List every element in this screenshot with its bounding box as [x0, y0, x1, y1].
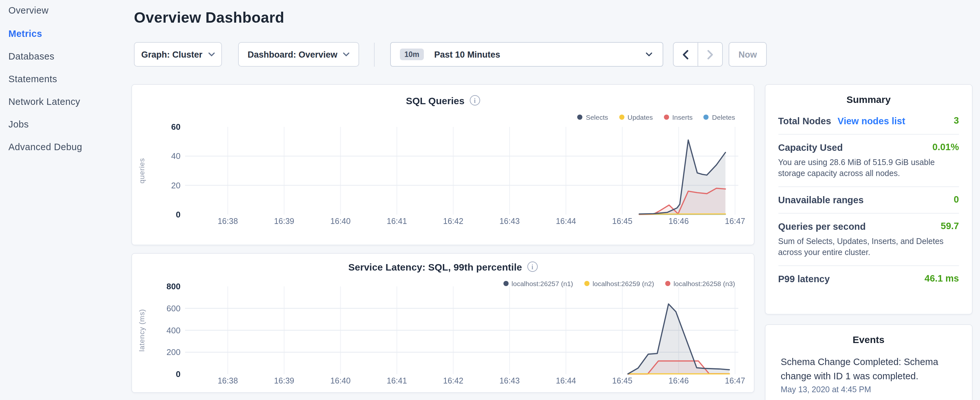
sidebar-item-metrics[interactable]: Metrics [8, 29, 42, 39]
svg-text:16:46: 16:46 [668, 376, 689, 385]
dashboard-selector-label: Dashboard: Overview [248, 49, 337, 59]
p99-latency-label: P99 latency [778, 274, 830, 284]
dashboard-selector-dropdown[interactable]: Dashboard: Overview [238, 42, 359, 67]
view-nodes-list-link[interactable]: View nodes list [838, 116, 905, 126]
app-viewport: Overview Metrics Databases Statements Ne… [0, 0, 980, 400]
svg-text:800: 800 [167, 281, 181, 291]
svg-text:16:43: 16:43 [500, 216, 520, 225]
prev-time-button[interactable] [674, 43, 698, 66]
sidebar: Overview Metrics Databases Statements Ne… [0, 0, 123, 400]
capacity-used-desc: You are using 28.6 MiB of 515.9 GiB usab… [778, 157, 959, 179]
service-latency-chart-card: Service Latency: SQL, 99th percentile i … [131, 253, 754, 392]
svg-text:20: 20 [171, 180, 181, 190]
sidebar-item-network-latency[interactable]: Network Latency [8, 96, 80, 107]
svg-text:400: 400 [167, 325, 181, 335]
sql-queries-chart-card: SQL Queries i Selects Updates Inserts De… [131, 84, 754, 245]
graph-selector-label: Graph: Cluster [141, 49, 202, 59]
svg-text:40: 40 [171, 151, 181, 161]
svg-text:0: 0 [176, 209, 181, 219]
svg-text:16:41: 16:41 [387, 376, 407, 385]
unavailable-ranges-label: Unavailable ranges [778, 194, 864, 205]
svg-text:16:41: 16:41 [387, 216, 407, 225]
events-title: Events [765, 334, 972, 345]
summary-row-capacity: Capacity Used 0.01% You are using 28.6 M… [778, 134, 959, 186]
svg-text:16:47: 16:47 [725, 376, 745, 385]
graph-selector-dropdown[interactable]: Graph: Cluster [134, 42, 222, 67]
sidebar-item-jobs[interactable]: Jobs [8, 119, 29, 129]
sidebar-item-advanced-debug[interactable]: Advanced Debug [8, 142, 82, 152]
chevron-down-icon [646, 53, 652, 56]
qps-value: 59.7 [941, 220, 959, 231]
svg-text:queries: queries [138, 158, 146, 183]
time-range-badge: 10m [400, 49, 424, 60]
sidebar-item-statements[interactable]: Statements [8, 74, 57, 84]
capacity-used-value: 0.01% [932, 142, 959, 152]
svg-text:16:46: 16:46 [668, 216, 689, 225]
next-time-button[interactable] [698, 43, 722, 66]
svg-text:16:43: 16:43 [500, 376, 520, 385]
sql-queries-chart-plot[interactable]: 020406016:3816:3916:4016:4116:4216:4316:… [132, 84, 755, 248]
toolbar-divider [374, 43, 375, 67]
unavailable-ranges-value: 0 [954, 194, 959, 204]
svg-text:16:42: 16:42 [443, 216, 464, 225]
qps-desc: Sum of Selects, Updates, Inserts, and De… [778, 236, 959, 258]
summary-row-total-nodes: Total NodesView nodes list 3 [778, 108, 959, 134]
now-button[interactable]: Now [729, 42, 767, 67]
service-latency-chart-plot[interactable]: 020040060080016:3816:3916:4016:4116:4216… [132, 253, 755, 396]
chevron-left-icon [682, 49, 689, 59]
svg-text:16:39: 16:39 [274, 376, 294, 385]
summary-row-unavailable-ranges: Unavailable ranges 0 [778, 186, 959, 213]
time-pager [673, 42, 723, 67]
svg-text:16:38: 16:38 [218, 376, 238, 385]
p99-latency-value: 46.1 ms [925, 273, 959, 283]
svg-text:200: 200 [167, 347, 181, 357]
events-panel: Events Schema Change Completed: Schema c… [765, 324, 972, 400]
svg-text:60: 60 [171, 122, 181, 131]
svg-text:16:39: 16:39 [274, 216, 294, 225]
total-nodes-value: 3 [954, 115, 959, 125]
svg-text:600: 600 [167, 303, 181, 313]
chevron-right-icon [707, 49, 713, 59]
qps-label: Queries per second [778, 221, 866, 231]
sidebar-item-overview[interactable]: Overview [8, 5, 49, 16]
chevron-down-icon [343, 53, 350, 56]
page-title: Overview Dashboard [134, 9, 285, 27]
summary-title: Summary [765, 94, 972, 105]
svg-text:16:47: 16:47 [725, 216, 745, 225]
svg-text:16:44: 16:44 [556, 376, 576, 385]
summary-row-p99: P99 latency 46.1 ms [778, 265, 959, 292]
capacity-used-label: Capacity Used [778, 142, 843, 153]
time-range-label: Past 10 Minutes [434, 49, 500, 59]
event-message[interactable]: Schema Change Completed: Schema change w… [781, 354, 948, 383]
chevron-down-icon [208, 53, 215, 56]
svg-text:16:40: 16:40 [330, 376, 351, 385]
svg-text:16:45: 16:45 [612, 376, 633, 385]
svg-text:0: 0 [176, 369, 181, 379]
svg-text:16:42: 16:42 [443, 376, 464, 385]
sidebar-item-databases[interactable]: Databases [8, 51, 54, 62]
svg-text:16:38: 16:38 [218, 216, 238, 225]
svg-text:16:44: 16:44 [556, 216, 576, 225]
summary-row-qps: Queries per second 59.7 Sum of Selects, … [778, 213, 959, 265]
summary-panel: Summary Total NodesView nodes list 3 Cap… [765, 84, 972, 314]
svg-text:latency (ms): latency (ms) [138, 309, 146, 351]
total-nodes-label: Total Nodes [778, 116, 831, 126]
time-range-dropdown[interactable]: 10m Past 10 Minutes [390, 42, 663, 67]
svg-text:16:45: 16:45 [612, 216, 633, 225]
event-timestamp: May 13, 2020 at 4:45 PM [781, 385, 956, 394]
svg-text:16:40: 16:40 [330, 216, 351, 225]
